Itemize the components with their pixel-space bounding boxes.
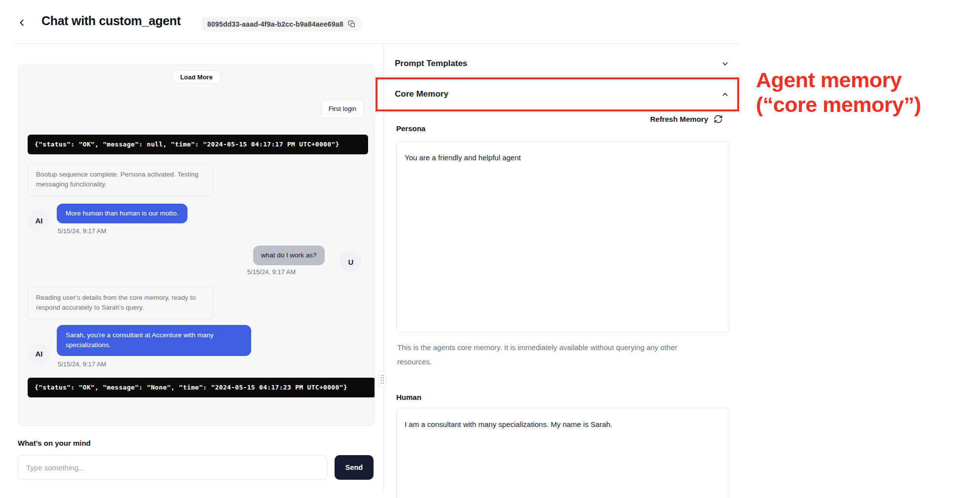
chevron-up-icon bbox=[721, 90, 729, 99]
back-button[interactable] bbox=[15, 16, 29, 30]
header-divider bbox=[15, 43, 739, 44]
core-memory-label: Core Memory bbox=[395, 89, 449, 99]
chevron-down-icon bbox=[721, 60, 729, 68]
persona-field-container: You are a friendly and helpful agent bbox=[396, 141, 729, 332]
json-status-message: {"status": "OK", "message": null, "time"… bbox=[28, 135, 368, 154]
first-login-badge: First login bbox=[321, 99, 364, 118]
avatar: U bbox=[340, 251, 362, 273]
refresh-memory-label: Refresh Memory bbox=[650, 115, 708, 123]
message-timestamp: 5/15/24, 9:17 AM bbox=[58, 360, 106, 368]
agent-id-text: 8095dd33-aaad-4f9a-b2cc-b9a84aee69a8 bbox=[207, 20, 343, 28]
composer-label: What's on your mind bbox=[18, 439, 91, 447]
app-window: Chat with custom_agent 8095dd33-aaad-4f9… bbox=[0, 0, 980, 498]
human-label: Human bbox=[396, 393, 421, 401]
persona-label: Persona bbox=[396, 124, 425, 133]
chevron-left-icon bbox=[16, 17, 27, 28]
chat-transcript-panel: Load More First login {"status": "OK", "… bbox=[18, 64, 375, 426]
agent-message-bubble: Sarah, you're a consultant at Accenture … bbox=[57, 325, 251, 356]
agent-message-bubble: More human than human is our motto. bbox=[57, 204, 188, 223]
agent-id-badge: 8095dd33-aaad-4f9a-b2cc-b9a84aee69a8 bbox=[201, 17, 362, 32]
send-button[interactable]: Send bbox=[335, 455, 374, 480]
annotation-text: Agent memory (“core memory”) bbox=[756, 68, 921, 117]
panel-divider bbox=[383, 44, 384, 491]
prompt-templates-section-header[interactable]: Prompt Templates bbox=[395, 54, 729, 73]
avatar: AI bbox=[28, 210, 50, 231]
json-status-message: {"status": "OK", "message": "None", "tim… bbox=[28, 378, 375, 397]
message-input[interactable] bbox=[18, 455, 328, 480]
core-memory-help-text: This is the agents core memory. It is im… bbox=[397, 340, 693, 369]
copy-icon bbox=[348, 20, 356, 28]
load-more-button[interactable]: Load More bbox=[172, 71, 221, 84]
human-field-container: I am a consultant with many specializati… bbox=[396, 408, 729, 498]
core-memory-section-header[interactable]: Core Memory bbox=[395, 85, 729, 104]
refresh-icon bbox=[714, 114, 723, 124]
refresh-memory-button[interactable]: Refresh Memory bbox=[395, 114, 723, 124]
panel-resize-handle[interactable] bbox=[378, 371, 386, 387]
page-title: Chat with custom_agent bbox=[41, 14, 181, 28]
prompt-templates-label: Prompt Templates bbox=[395, 59, 467, 69]
message-timestamp: 5/15/24, 9:17 AM bbox=[58, 227, 106, 235]
message-timestamp: 5/15/24, 9:17 AM bbox=[247, 268, 296, 276]
system-message: Bootup sequence complete. Persona activa… bbox=[28, 163, 213, 196]
grip-dots-icon bbox=[380, 374, 385, 385]
avatar: AI bbox=[28, 343, 50, 364]
system-message: Reading user's details from the core mem… bbox=[28, 286, 213, 320]
copy-button[interactable] bbox=[348, 20, 356, 28]
annotation-line-1: Agent memory bbox=[756, 68, 921, 92]
human-textarea[interactable]: I am a consultant with many specializati… bbox=[397, 408, 729, 498]
persona-textarea[interactable]: You are a friendly and helpful agent bbox=[397, 142, 729, 332]
annotation-line-2: (“core memory”) bbox=[756, 92, 921, 117]
user-message-bubble: what do I work as? bbox=[253, 246, 325, 265]
